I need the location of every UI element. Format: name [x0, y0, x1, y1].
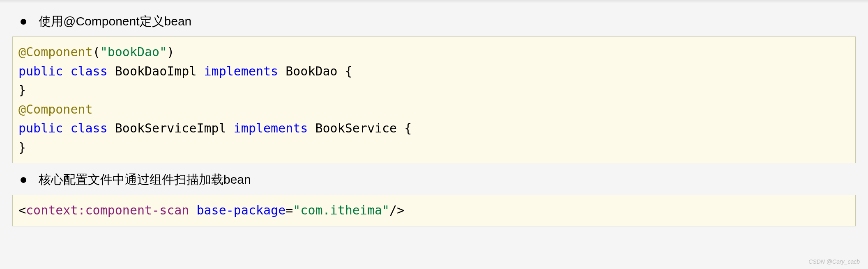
- keyword-token: class: [70, 121, 107, 135]
- brace-token: {: [404, 121, 412, 135]
- space: [308, 121, 315, 135]
- paren-token: ): [167, 45, 174, 59]
- code-line: @Component: [18, 100, 850, 119]
- bullet-text-1: 使用@Component定义bean: [39, 13, 191, 30]
- annotation-token: @Component: [18, 45, 93, 59]
- code-line: }: [18, 81, 850, 100]
- classname-token: BookServiceImpl: [115, 121, 226, 135]
- space: [63, 121, 70, 135]
- string-token: "bookDao": [100, 45, 167, 59]
- tag-token: context:component-scan: [26, 203, 189, 217]
- paren-token: (: [93, 45, 100, 59]
- keyword-token: public: [18, 64, 63, 78]
- keyword-token: implements: [204, 64, 279, 78]
- code-block-2: <context:component-scan base-package="co…: [12, 195, 856, 226]
- keyword-token: implements: [234, 121, 308, 135]
- code-line: public class BookServiceImpl implements …: [18, 119, 850, 138]
- bullet-text-2: 核心配置文件中通过组件扫描加载bean: [39, 171, 251, 188]
- bracket-token: <: [18, 203, 26, 217]
- bullet-item-2: 核心配置文件中通过组件扫描加载bean: [12, 171, 856, 188]
- bullet-dot-icon: [21, 19, 26, 25]
- code-line: <context:component-scan base-package="co…: [18, 201, 850, 220]
- bullet-item-1: 使用@Component定义bean: [12, 13, 856, 30]
- brace-token: }: [18, 140, 26, 155]
- code-line: @Component("bookDao"): [18, 43, 850, 62]
- keyword-token: public: [18, 121, 63, 135]
- document-content: 使用@Component定义bean @Component("bookDao")…: [0, 13, 868, 226]
- space: [338, 64, 345, 78]
- space: [108, 64, 115, 78]
- annotation-token: @Component: [18, 102, 93, 116]
- space: [108, 121, 115, 135]
- space: [197, 64, 204, 78]
- interface-token: BookService: [315, 121, 397, 135]
- bullet-dot-icon: [21, 177, 26, 183]
- space: [278, 64, 285, 78]
- space: [226, 121, 234, 135]
- code-line: public class BookDaoImpl implements Book…: [18, 62, 850, 81]
- brace-token: }: [18, 83, 26, 97]
- space: [63, 64, 70, 78]
- attr-name-token: base-package: [196, 203, 285, 217]
- brace-token: {: [345, 64, 352, 78]
- attr-val-token: "com.itheima": [293, 203, 389, 217]
- keyword-token: class: [70, 64, 107, 78]
- eq-token: =: [285, 203, 293, 217]
- close-token: />: [389, 203, 404, 217]
- code-line: }: [18, 138, 850, 157]
- space: [189, 203, 196, 217]
- space: [397, 121, 404, 135]
- top-shadow: [0, 0, 868, 3]
- classname-token: BookDaoImpl: [115, 64, 197, 78]
- code-block-1: @Component("bookDao") public class BookD…: [12, 36, 856, 163]
- interface-token: BookDao: [285, 64, 337, 78]
